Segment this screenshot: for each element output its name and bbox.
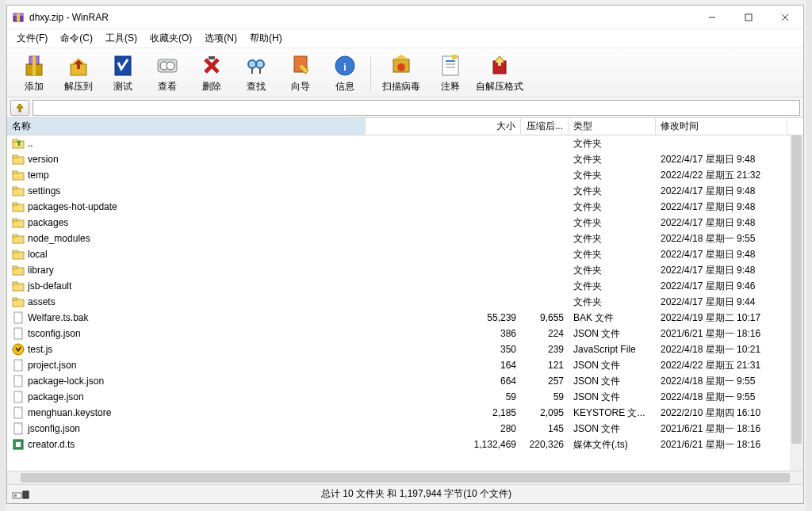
svg-rect-9: [33, 56, 36, 75]
menu-4[interactable]: 选项(N): [198, 29, 243, 48]
file-row[interactable]: packages-hot-update文件夹2022/4/17 星期日 9:48: [7, 199, 803, 215]
toolbar-delete[interactable]: 删除: [190, 51, 234, 96]
file-row[interactable]: jsconfig.json280145JSON 文件2021/6/21 星期一 …: [7, 421, 803, 437]
file-row[interactable]: package.json5959JSON 文件2022/4/18 星期一 9:5…: [7, 389, 803, 405]
col-date[interactable]: 修改时间: [656, 118, 787, 135]
toolbar-test[interactable]: 测试: [101, 51, 145, 96]
file-row[interactable]: test.js350239JavaScript File2022/4/18 星期…: [7, 341, 803, 357]
menu-3[interactable]: 收藏夹(O): [144, 29, 198, 48]
menu-2[interactable]: 工具(S): [99, 29, 144, 48]
col-packed[interactable]: 压缩后...: [521, 118, 569, 135]
titlebar[interactable]: dhxy.zip - WinRAR: [7, 6, 803, 29]
file-size: 1,132,469: [366, 439, 521, 450]
toolbar-find[interactable]: 查找: [234, 51, 278, 96]
toolbar-wizard[interactable]: 向导: [278, 51, 323, 96]
folder-icon: [12, 185, 25, 197]
vertical-scrollbar[interactable]: [790, 135, 803, 471]
file-row[interactable]: library文件夹2022/4/17 星期日 9:48: [7, 262, 803, 278]
file-date: 2022/4/18 星期一 9:55: [656, 375, 787, 388]
toolbar-virus[interactable]: 扫描病毒: [374, 51, 428, 96]
path-input[interactable]: [33, 100, 800, 116]
navbar: [7, 97, 803, 118]
menu-0[interactable]: 文件(F): [10, 29, 54, 48]
svg-point-14: [167, 62, 174, 70]
file-name: test.js: [28, 344, 52, 355]
file-packed: 239: [521, 344, 569, 355]
close-button[interactable]: [767, 6, 803, 29]
file-row[interactable]: assets文件夹2022/4/17 星期日 9:44: [7, 294, 803, 310]
file-row[interactable]: settings文件夹2022/4/17 星期日 9:48: [7, 183, 803, 199]
maximize-button[interactable]: [730, 6, 767, 29]
file-row[interactable]: local文件夹2022/4/17 星期日 9:48: [7, 246, 803, 262]
file-row[interactable]: menghuan.keystore2,1852,095KEYSTORE 文...…: [7, 405, 803, 421]
minimize-button[interactable]: [694, 6, 730, 29]
svg-point-24: [397, 63, 405, 71]
file-date: 2022/4/18 星期一 10:21: [656, 343, 787, 357]
folder-icon: [12, 248, 25, 261]
toolbar-info[interactable]: i信息: [323, 51, 367, 96]
file-row[interactable]: version文件夹2022/4/17 星期日 9:48: [7, 151, 803, 167]
file-name: jsb-default: [28, 280, 71, 292]
file-name: packages: [28, 217, 68, 228]
svg-rect-62: [16, 442, 21, 447]
up-button[interactable]: [10, 100, 29, 116]
file-name: library: [28, 265, 54, 276]
toolbar-add[interactable]: 添加: [12, 51, 56, 96]
file-size: 386: [366, 328, 521, 339]
toolbar-sfx[interactable]: 自解压格式: [473, 51, 527, 96]
file-date: 2022/4/19 星期二 10:17: [656, 311, 787, 325]
file-packed: 257: [521, 376, 569, 387]
up-icon: [12, 137, 25, 150]
file-name: ..: [28, 138, 33, 149]
view-icon: [155, 53, 180, 78]
file-packed: 220,326: [521, 439, 569, 450]
file-icon: [12, 422, 25, 435]
file-size: 164: [366, 360, 521, 371]
svg-point-17: [256, 60, 264, 68]
ts-icon: [12, 438, 25, 451]
col-name[interactable]: 名称: [7, 118, 366, 135]
file-row[interactable]: tsconfig.json386224JSON 文件2021/6/21 星期一 …: [7, 326, 803, 341]
svg-rect-48: [13, 266, 17, 269]
file-row[interactable]: Welfare.ts.bak55,2399,655BAK 文件2022/4/19…: [7, 310, 803, 326]
file-type: 文件夹: [569, 264, 656, 277]
toolbar-comment[interactable]: 注释: [428, 51, 473, 96]
file-row[interactable]: package-lock.json664257JSON 文件2022/4/18 …: [7, 373, 803, 389]
folder-icon: [12, 280, 25, 292]
menu-5[interactable]: 帮助(H): [243, 29, 289, 48]
file-row[interactable]: project.json164121JSON 文件2022/4/22 星期五 2…: [7, 357, 803, 373]
file-icon: [12, 311, 25, 324]
js-icon: [12, 343, 25, 356]
file-row[interactable]: packages文件夹2022/4/17 星期日 9:48: [7, 215, 803, 231]
extract-icon: [66, 53, 91, 78]
file-row[interactable]: jsb-default文件夹2022/4/17 星期日 9:46: [7, 278, 803, 294]
file-size: 280: [366, 423, 521, 434]
file-type: KEYSTORE 文...: [569, 406, 656, 420]
file-type: 文件夹: [569, 153, 656, 166]
file-row[interactable]: node_modules文件夹2022/4/18 星期一 9:55: [7, 231, 803, 246]
file-date: 2022/4/18 星期一 9:55: [656, 391, 787, 404]
file-type: 文件夹: [569, 137, 656, 151]
file-row[interactable]: creator.d.ts1,132,469220,326媒体文件(.ts)202…: [7, 437, 803, 452]
file-name: packages-hot-update: [28, 201, 117, 212]
toolbar-extract[interactable]: 解压到: [56, 51, 101, 96]
file-name: temp: [28, 170, 49, 181]
file-row[interactable]: ..文件夹: [7, 135, 803, 151]
svg-rect-29: [452, 55, 457, 59]
horizontal-scrollbar[interactable]: [7, 471, 803, 484]
col-type[interactable]: 类型: [569, 118, 656, 135]
toolbar-view[interactable]: 查看: [145, 51, 190, 96]
file-type: JSON 文件: [569, 375, 656, 388]
comment-icon: [438, 53, 463, 78]
col-size[interactable]: 大小: [366, 118, 521, 135]
file-type: 文件夹: [569, 185, 656, 198]
folder-icon: [12, 169, 25, 181]
file-row[interactable]: temp文件夹2022/4/22 星期五 21:32: [7, 167, 803, 183]
file-icon: [12, 359, 25, 372]
menu-1[interactable]: 命令(C): [54, 29, 99, 48]
svg-point-55: [13, 344, 24, 355]
folder-icon: [12, 216, 25, 229]
file-type: 文件夹: [569, 169, 656, 182]
svg-rect-36: [13, 171, 17, 174]
file-type: 文件夹: [569, 200, 656, 214]
